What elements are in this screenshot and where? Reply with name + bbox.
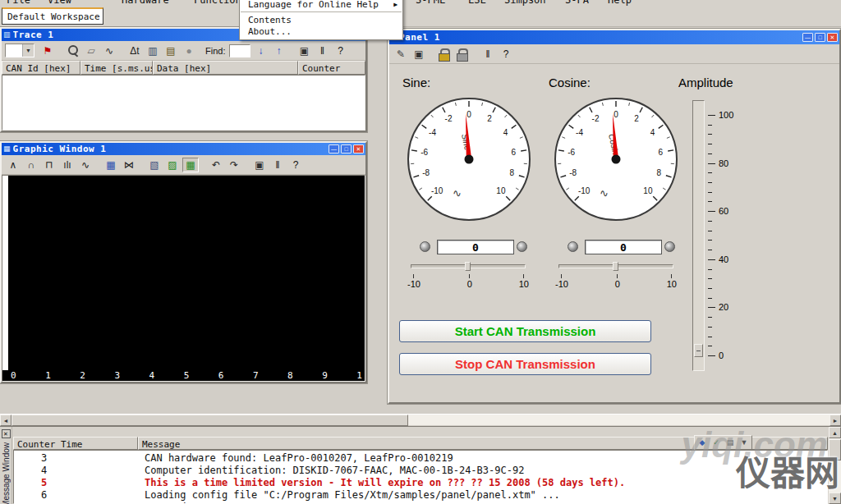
menu-item-fragment[interactable]: LSL: [468, 0, 486, 6]
menu-item-fragment[interactable]: File: [7, 0, 30, 6]
find-input[interactable]: [229, 44, 250, 57]
sine-slider-thumb[interactable]: [465, 262, 471, 271]
unlock-icon[interactable]: [436, 47, 453, 62]
help-icon[interactable]: ?: [287, 158, 304, 172]
chart-icon[interactable]: ▧: [146, 158, 163, 172]
menu-item-fragment[interactable]: View: [48, 0, 71, 6]
close-button[interactable]: ✕: [353, 144, 364, 153]
scroll-left-icon[interactable]: ◄: [0, 415, 11, 426]
database-icon[interactable]: ▤: [163, 44, 179, 58]
menu-item-fragment[interactable]: Help: [608, 0, 632, 6]
menu-item-contents[interactable]: Contents: [240, 14, 402, 25]
measure-icon[interactable]: ⋈: [121, 158, 137, 172]
pause-icon[interactable]: ‖: [269, 158, 286, 172]
edit-panel-icon[interactable]: ✎: [393, 47, 409, 62]
redo-icon[interactable]: ↷: [226, 158, 242, 172]
delta-time-icon[interactable]: Δt: [126, 44, 143, 58]
step-signal-icon[interactable]: ⊓: [41, 158, 57, 172]
analog-signal-icon[interactable]: ∿: [101, 44, 117, 58]
horizontal-scrollbar-thumb[interactable]: [11, 415, 408, 426]
minimize-button[interactable]: —: [802, 33, 813, 42]
start-can-transmission-button[interactable]: Start CAN Transmission: [399, 320, 651, 342]
scroll-up-icon[interactable]: ▲: [829, 427, 841, 438]
plot-area[interactable]: 01234567891: [2, 175, 365, 382]
column-header-data[interactable]: Data [hex]: [153, 61, 298, 75]
chevron-down-icon[interactable]: ▼: [22, 44, 34, 57]
column-header-counter-time[interactable]: Counter Time: [13, 437, 138, 450]
cosine-gauge[interactable]: -10-8-6-4-20246810Cosine∿: [554, 97, 678, 222]
cosine-slider[interactable]: [558, 261, 673, 273]
columns-icon[interactable]: ▥: [145, 44, 161, 58]
accept-icon[interactable]: ✓: [710, 437, 723, 447]
window-icon[interactable]: ▣: [411, 47, 427, 62]
stop-can-transmission-button[interactable]: Stop CAN Transmission: [399, 353, 651, 375]
graphic-titlebar[interactable]: ▦ Graphic Window 1 —□✕: [2, 143, 365, 155]
panel-titlebar[interactable]: ◆ Panel 1 —□✕: [389, 30, 839, 44]
erase-icon[interactable]: ▱: [83, 44, 99, 58]
maximize-button[interactable]: □: [341, 144, 352, 153]
bars-signal-icon[interactable]: ılı: [59, 158, 76, 172]
sine-left-knob[interactable]: [420, 241, 430, 252]
message-row[interactable]: 6Loading config file "C:/Program Files/X…: [14, 489, 827, 502]
workspace-horizontal-scrollbar[interactable]: ◄ ►: [0, 414, 841, 425]
noise-signal-icon[interactable]: ∿: [77, 158, 94, 172]
scroll-lock-icon[interactable]: ▼: [738, 437, 751, 447]
record-icon[interactable]: ●: [181, 44, 197, 58]
menu-item-fragment[interactable]: Simpson: [504, 0, 546, 6]
menu-item-about[interactable]: About...: [240, 25, 402, 37]
amplitude-tick-label: 40: [719, 254, 728, 264]
grid-icon[interactable]: ▦: [103, 158, 119, 172]
message-list[interactable]: 3CAN hardware found: LeafPro-0010207, Le…: [13, 450, 828, 504]
scroll-right-icon[interactable]: ►: [830, 415, 841, 426]
workspace-tab[interactable]: Default Workspace: [2, 7, 103, 25]
help-icon[interactable]: ?: [332, 44, 348, 58]
pause-icon[interactable]: ‖: [314, 44, 330, 58]
maximize-button[interactable]: □: [815, 33, 825, 42]
bookmark-icon[interactable]: ◆: [696, 437, 709, 447]
menu-item-fragment[interactable]: Hardware: [122, 0, 169, 6]
sine-slider[interactable]: [411, 261, 526, 273]
peak-cursor-icon[interactable]: ∧: [5, 158, 21, 172]
sine-gauge[interactable]: -10-8-6-4-20246810Sine∿: [407, 97, 531, 222]
chart-green-icon[interactable]: ▨: [164, 158, 181, 172]
trace-filter-combo[interactable]: ▼: [5, 44, 34, 57]
column-header-can-id[interactable]: CAN Id [hex]: [2, 61, 80, 75]
message-window-tab-label[interactable]: Message Window: [2, 442, 11, 504]
cosine-left-knob[interactable]: [568, 241, 578, 252]
new-window-icon[interactable]: ▣: [296, 44, 312, 58]
message-vertical-scrollbar[interactable]: ▲ ▼: [829, 427, 841, 504]
find-next-icon[interactable]: ↓: [252, 44, 269, 58]
undo-icon[interactable]: ↶: [208, 158, 224, 172]
new-window-icon[interactable]: ▣: [251, 158, 268, 172]
search-icon[interactable]: [65, 44, 81, 58]
zoom-grid-icon[interactable]: ▦: [182, 158, 199, 172]
amplitude-tick: [708, 182, 712, 183]
trace-table-body[interactable]: [2, 75, 365, 131]
curve-cursor-icon[interactable]: ∩: [23, 158, 39, 172]
message-row[interactable]: 5This is a time limited version - It wil…: [14, 477, 827, 489]
close-button[interactable]: ✕: [827, 33, 838, 42]
message-row[interactable]: 3CAN hardware found: LeafPro-0010207, Le…: [14, 452, 827, 465]
close-icon[interactable]: ✕: [2, 429, 11, 438]
message-row[interactable]: 4Computer identification: DISKID-7067-FA…: [14, 465, 827, 477]
gauge-tick-label: 8: [657, 168, 662, 177]
find-prev-icon[interactable]: ↑: [270, 44, 287, 58]
cosine-right-knob[interactable]: [664, 241, 675, 252]
amplitude-slider-thumb[interactable]: [694, 344, 703, 357]
column-header-time[interactable]: Time [s.ms.us]: [80, 61, 153, 75]
help-icon[interactable]: ?: [498, 47, 514, 62]
save-log-icon[interactable]: ▤: [724, 437, 737, 447]
menu-item-fragment[interactable]: S-PA: [565, 0, 589, 6]
pause-icon[interactable]: ‖: [480, 47, 496, 62]
cosine-slider-thumb[interactable]: [613, 262, 618, 271]
menu-item-language-for-online-help[interactable]: Language for Online Help▶: [240, 0, 402, 10]
sine-right-knob[interactable]: [517, 241, 527, 252]
minimize-button[interactable]: —: [329, 144, 339, 153]
lock-icon[interactable]: [454, 47, 471, 62]
amplitude-slider[interactable]: [692, 100, 705, 371]
vertical-scrollbar-thumb[interactable]: [829, 439, 841, 460]
column-header-counter[interactable]: Counter: [298, 61, 365, 75]
scroll-down-icon[interactable]: ▼: [829, 493, 841, 504]
flag-icon[interactable]: ⚑: [39, 44, 56, 58]
menu-item-fragment[interactable]: S-PML: [416, 0, 445, 6]
